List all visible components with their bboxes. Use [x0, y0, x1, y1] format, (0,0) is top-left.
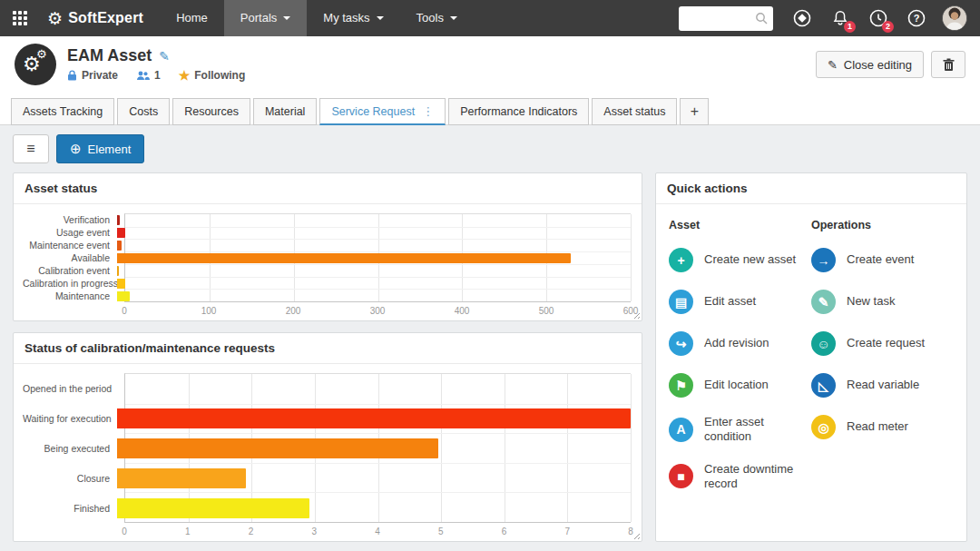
menu-item-home[interactable]: Home [160, 0, 224, 36]
notifications-button[interactable]: 1 [824, 0, 857, 36]
question-icon: ? [906, 8, 926, 28]
add-tab-button[interactable]: + [680, 98, 709, 125]
bar-track [117, 290, 631, 302]
tab-service-request[interactable]: Service Request⋮ [319, 98, 446, 125]
close-editing-button[interactable]: ✎ Close editing [816, 51, 924, 78]
quick-action-enter-asset-condition[interactable]: AEnter asset condition [669, 415, 811, 445]
trash-icon [943, 58, 955, 72]
activity-badge: 2 [882, 21, 894, 33]
tab-label: Resources [184, 105, 239, 118]
members-count[interactable]: 1 [136, 69, 161, 82]
pending-activities-button[interactable]: 2 [862, 0, 895, 36]
delete-portal-button[interactable] [931, 51, 965, 78]
quick-action-label: Read variable [847, 378, 919, 392]
tab-costs[interactable]: Costs [117, 98, 170, 125]
app-grid-icon [13, 11, 27, 25]
bar-maintenance [117, 291, 130, 301]
axis-tick-label: 5 [438, 526, 444, 536]
hamburger-icon: ≡ [26, 141, 34, 157]
user-avatar [942, 5, 967, 31]
tab-label: Performance Indicators [460, 105, 577, 118]
edit-title-icon[interactable]: ✎ [159, 49, 170, 64]
tab-material[interactable]: Material [253, 98, 317, 125]
bar-track [117, 251, 631, 264]
axis-tick-label: 3 [311, 526, 317, 536]
panel-title: Asset status [14, 173, 642, 204]
tab-performance-indicators[interactable]: Performance Indicators [448, 98, 589, 125]
star-icon: ★ [179, 68, 191, 83]
column-title: Asset [669, 219, 811, 231]
brand-logo[interactable]: ⚙ SoftExpert [40, 8, 160, 29]
category-label: Maintenance [23, 290, 117, 301]
quick-action-label: Enter asset condition [704, 415, 811, 445]
bar-track [117, 493, 631, 523]
discover-button[interactable] [786, 0, 818, 36]
clipboard-pencil-icon: ✎ [811, 290, 836, 314]
chart-row: Calibration event [23, 264, 631, 277]
chart-rows: VerificationUsage eventMaintenance event… [23, 213, 631, 302]
main-menu: HomePortalsMy tasksTools [160, 0, 474, 36]
quick-action-read-variable[interactable]: ◺Read variable [811, 373, 954, 398]
quick-action-label: Create downtime record [704, 462, 811, 492]
menu-item-my-tasks[interactable]: My tasks [307, 0, 399, 36]
quick-action-add-revision[interactable]: ↪Add revision [669, 331, 811, 356]
requests-status-chart: Opened in the periodWaiting for executio… [14, 364, 642, 541]
caret-down-icon [283, 16, 290, 24]
category-label: Closure [23, 473, 117, 484]
quick-actions-body: Asset+Create new asset▤Edit asset↪Add re… [656, 204, 966, 523]
menu-item-portals[interactable]: Portals [224, 0, 307, 36]
bar-track [117, 403, 631, 433]
quick-action-create-downtime-record[interactable]: ■Create downtime record [669, 462, 811, 492]
quick-action-create-event[interactable]: →Create event [811, 248, 954, 272]
page-title: EAM Asset [67, 46, 152, 65]
pencil-icon: ✎ [828, 58, 838, 72]
category-label: Available [23, 252, 117, 263]
tab-assets-tracking[interactable]: Assets Tracking [11, 98, 114, 125]
add-element-button[interactable]: ⊕ Element [56, 134, 144, 163]
user-menu-button[interactable] [938, 0, 971, 36]
quick-action-edit-asset[interactable]: ▤Edit asset [669, 290, 811, 314]
following-toggle[interactable]: ★ Following [179, 68, 246, 83]
bar-usage-event [117, 228, 125, 238]
bar-calibration-event [117, 266, 119, 276]
search-icon[interactable] [755, 12, 768, 25]
quick-action-label: Edit asset [704, 294, 756, 309]
quick-action-new-task[interactable]: ✎New task [811, 290, 954, 314]
layout-list-button[interactable]: ≡ [13, 134, 49, 163]
stop-square-icon: ■ [669, 464, 693, 488]
arrow-forward-icon: → [811, 248, 836, 272]
quick-action-edit-location[interactable]: ⚑Edit location [669, 373, 811, 398]
category-label: Usage event [23, 227, 117, 238]
quick-actions-panel: Quick actions Asset+Create new asset▤Edi… [655, 172, 967, 542]
title-block: EAM Asset ✎ Private 1 ★ [67, 46, 245, 83]
portal-content: ≡ ⊕ Element Asset status VerificationUsa… [0, 125, 980, 551]
quick-action-create-request[interactable]: ☺Create request [811, 331, 954, 356]
quick-action-label: Create new asset [704, 252, 796, 267]
add-element-label: Element [88, 143, 132, 156]
privacy-label: Private [82, 69, 118, 82]
menu-item-label: My tasks [323, 0, 369, 36]
bar-available [117, 253, 571, 263]
app-grid-button[interactable] [0, 0, 40, 36]
tab-resources[interactable]: Resources [172, 98, 250, 125]
axis-tick-label: 2 [249, 526, 254, 536]
bar-maintenance-event [117, 241, 122, 251]
quick-action-label: Create request [847, 336, 925, 350]
quick-actions-column-asset: Asset+Create new asset▤Edit asset↪Add re… [669, 219, 811, 508]
panel-title: Status of calibration/maintenance reques… [14, 333, 642, 364]
bar-track [117, 226, 631, 239]
bar-track [117, 463, 631, 493]
gridline [631, 214, 632, 301]
tab-asset-status[interactable]: Asset status [592, 98, 677, 125]
tab-menu-icon[interactable]: ⋮ [422, 104, 434, 118]
quick-action-read-meter[interactable]: ◎Read meter [811, 415, 954, 439]
chart-row: Maintenance [23, 290, 631, 302]
quick-action-create-new-asset[interactable]: +Create new asset [669, 248, 811, 272]
caret-down-icon [450, 16, 457, 24]
chart-row: Finished [23, 493, 631, 523]
category-label: Calibration in progress [23, 278, 117, 289]
help-button[interactable]: ? [900, 0, 933, 36]
bar-track [117, 213, 631, 226]
bar-track [117, 433, 631, 463]
menu-item-tools[interactable]: Tools [400, 0, 474, 36]
